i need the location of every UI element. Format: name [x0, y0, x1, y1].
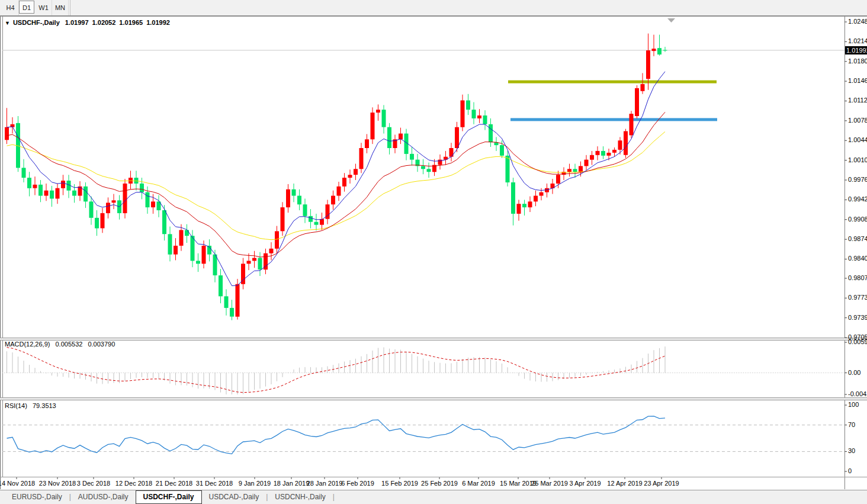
price-tick-label: 0.98400 — [848, 255, 867, 262]
ohlc-close: 1.01992 — [146, 19, 170, 26]
ohlc-open: 1.01997 — [65, 19, 89, 26]
rsi-tick-label: 30 — [848, 447, 855, 454]
price-tick-label: 1.00780 — [848, 117, 867, 124]
rsi-line — [7, 416, 666, 454]
mt4-window: H4D1W1MN ▼USDCHF-,Daily 1.019971.020521.… — [0, 0, 867, 504]
chart-title: ▼USDCHF-,Daily 1.019971.020521.019651.01… — [5, 19, 174, 26]
macd-signal-value: 0.003790 — [88, 341, 115, 348]
macd-indicator-label: MACD(12,26,9) 0.005532 0.003790 — [5, 341, 118, 348]
date-tick-label: 21 Dec 2018 — [156, 480, 192, 487]
panel-divider — [0, 338, 867, 340]
moving-average-fast — [7, 72, 666, 286]
date-tick-label: 12 Apr 2019 — [607, 480, 642, 487]
price-tick-label: 0.99080 — [848, 216, 867, 223]
chart-tab-usdcnh[interactable]: USDCNH-,Daily — [268, 490, 332, 504]
price-tick-label: 0.99420 — [848, 195, 867, 203]
date-tick-label: 6 Mar 2019 — [462, 480, 495, 487]
date-tick-label: 23 Nov 2018 — [39, 480, 76, 487]
price-tick-label: 0.98740 — [848, 235, 867, 242]
date-tick-label: 15 Feb 2019 — [381, 480, 418, 487]
price-tick-label: 1.00100 — [848, 156, 867, 163]
chart-shift-marker-icon — [667, 18, 675, 23]
rsi-name: RSI(14) — [5, 402, 27, 409]
rsi-tick-label: 100 — [848, 401, 859, 408]
date-tick-label: 31 Dec 2018 — [196, 480, 233, 487]
macd-histogram — [7, 346, 666, 394]
trendline-horizontal — [508, 81, 717, 84]
rsi-value: 79.3513 — [33, 402, 56, 409]
date-tick-label: 12 Dec 2018 — [115, 480, 152, 487]
price-tick-label: 0.97390 — [848, 314, 867, 321]
date-tick-label: 25 Mar 2019 — [531, 480, 568, 487]
ohlc-high: 1.02052 — [92, 19, 116, 26]
price-tick-label: 1.02140 — [848, 37, 867, 44]
price-tick-label: 1.01120 — [848, 97, 867, 104]
macd-main-value: 0.005532 — [55, 341, 82, 348]
macd-name: MACD(12,26,9) — [5, 341, 50, 348]
chart-tab-usdchf[interactable]: USDCHF-,Daily — [136, 490, 202, 504]
rsi-tick-label: 0 — [848, 467, 852, 474]
price-tick-label: 1.01800 — [848, 57, 867, 65]
macd-tick-label: 0.00 — [848, 369, 860, 376]
price-tick-label: 1.00440 — [848, 136, 867, 143]
date-tick-label: 14 Nov 2018 — [0, 480, 35, 487]
chart-tab-usdcad[interactable]: USDCAD-,Daily — [202, 490, 266, 504]
trendline-horizontal — [510, 118, 717, 121]
current-price-tag: 1.01992 — [845, 46, 867, 54]
date-tick-label: 25 Feb 2019 — [421, 480, 458, 487]
date-tick-label: 23 Apr 2019 — [644, 480, 679, 487]
chart-canvas — [0, 0, 867, 504]
price-tick-label: 0.97730 — [848, 294, 867, 301]
rsi-tick-label: 70 — [848, 421, 855, 428]
tab-separator: | — [333, 490, 335, 504]
macd-tick-label: 0.005997 — [848, 338, 867, 345]
rsi-indicator-label: RSI(14) 79.3513 — [5, 402, 60, 409]
moving-average-mid — [7, 112, 666, 257]
price-tick-label: 1.01460 — [848, 77, 867, 84]
date-tick-label: 18 Jan 2019 — [274, 480, 310, 487]
date-tick-label: 6 Feb 2019 — [341, 480, 374, 487]
chart-tab-audusd[interactable]: AUDUSD-,Daily — [71, 490, 136, 504]
date-tick-label: 3 Dec 2018 — [77, 480, 110, 487]
ohlc-low: 1.01965 — [119, 19, 143, 26]
price-tick-label: 0.99760 — [848, 176, 867, 183]
date-tick-label: 3 Apr 2019 — [569, 480, 601, 487]
symbol-tab-bar: EURUSD-,Daily|AUDUSD-,DailyUSDCHF-,Daily… — [0, 490, 867, 504]
chart-symbol-label: USDCHF-,Daily — [13, 19, 60, 26]
chart-tab-eurusd[interactable]: EURUSD-,Daily — [5, 490, 69, 504]
price-tick-label: 0.98070 — [848, 274, 867, 281]
date-tick-label: 28 Jan 2019 — [307, 480, 343, 487]
price-tick-label: 1.02480 — [848, 18, 867, 25]
date-tick-label: 9 Jan 2019 — [239, 480, 271, 487]
collapse-arrow-icon[interactable]: ▼ — [5, 20, 10, 26]
macd-tick-label: -0.004244 — [848, 390, 867, 397]
macd-signal-line — [7, 348, 666, 393]
panel-divider — [0, 398, 867, 400]
